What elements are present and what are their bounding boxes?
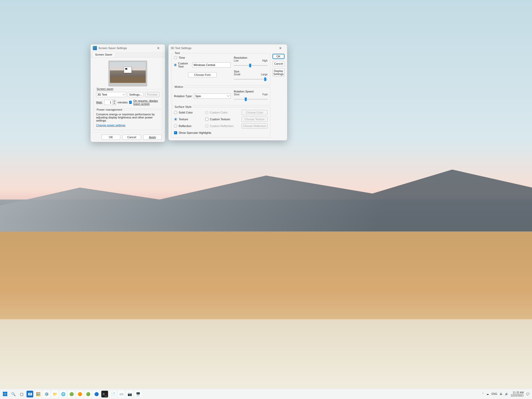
text-group-label: Text [174, 51, 181, 55]
tray-date: 12/22/2021 [511, 394, 524, 397]
ok-button[interactable]: OK [102, 135, 120, 140]
rotation-speed-slider[interactable] [234, 96, 268, 102]
taskbar-app[interactable]: 📧 [26, 391, 33, 397]
spin-down-icon[interactable]: ▼ [113, 102, 116, 105]
tray-notification-icon[interactable]: 💬 [526, 393, 529, 395]
taskbar-app[interactable]: >_ [101, 391, 108, 397]
rotation-type-select[interactable]: Spin [194, 94, 231, 99]
start-button[interactable] [2, 391, 8, 397]
taskbar-app[interactable]: 🟢 [85, 391, 91, 397]
taskbar-app[interactable]: ⌨️ [118, 391, 125, 397]
settings-button[interactable]: Settings... [128, 92, 143, 97]
tray-network-icon[interactable]: 🖧 [500, 393, 502, 395]
taskbar-app[interactable]: 🌐 [60, 391, 66, 397]
taskbar-app[interactable]: 🟠 [76, 391, 83, 397]
power-group-label: Power management [96, 108, 123, 111]
size-slider[interactable] [234, 76, 268, 82]
window-title: Screen Saver Settings [98, 46, 127, 50]
close-icon[interactable]: ✕ [154, 46, 163, 50]
resume-label: On resume, display logon screen [133, 99, 159, 105]
time-radio[interactable]: Time [174, 56, 185, 59]
custom-text-radio[interactable]: Custom Text: [174, 62, 191, 68]
reflection-radio[interactable]: Reflection [174, 124, 203, 128]
choose-color-button: Choose Color [242, 110, 268, 115]
size-label: Size [234, 70, 268, 73]
tray-onedrive-icon[interactable]: ☁ [486, 393, 489, 395]
custom-text-label: Custom Text: [178, 62, 191, 68]
wait-unit: minutes [118, 101, 128, 104]
tray-clock[interactable]: 11:32 AM 12/22/2021 [511, 391, 524, 397]
choose-reflection-button: Choose Reflection [242, 123, 268, 129]
tab-screensaver[interactable]: Screen Saver [92, 52, 115, 57]
wait-label: Wait: [96, 101, 103, 104]
resolution-label: Resolution [234, 56, 268, 59]
taskbar-app[interactable]: ⚙️ [43, 391, 50, 397]
titlebar[interactable]: Screen Saver Settings ✕ [91, 44, 165, 52]
tray-chevron-icon[interactable]: ˄ [482, 393, 484, 395]
taskbar-app[interactable]: 🟢 [68, 391, 75, 397]
screensaver-preview-monitor [108, 61, 147, 87]
surface-group-label: Surface Style [174, 105, 192, 108]
spin-up-icon[interactable]: ▲ [113, 100, 116, 102]
display-settings-button[interactable]: Display Settings [272, 68, 284, 77]
preview-button[interactable]: Preview [145, 92, 159, 97]
resolution-slider[interactable] [234, 63, 268, 68]
screensaver-icon [93, 46, 97, 50]
choose-texture-button: Choose Texture [242, 117, 268, 122]
window-title: 3D Text Settings [171, 46, 191, 50]
taskbar-app[interactable]: 📷 [126, 391, 133, 397]
rotation-type-label: Rotation Type: [174, 95, 192, 98]
tab-row: Screen Saver [91, 52, 165, 57]
tray-language[interactable]: ENG [491, 393, 497, 395]
specular-checkbox[interactable]: Show Specular Highlights [174, 131, 211, 134]
wait-spinner[interactable]: ▲▼ [104, 100, 116, 105]
task-view-icon[interactable]: ▢ [18, 391, 25, 397]
taskbar: 🔍 ▢ 📧 🖼️ ⚙️ 📁 🌐 🟢 🟠 🟢 🔵 >_ 📄 ⌨️ 📷 🖥️ ˄ ☁… [0, 389, 532, 399]
3d-text-settings-dialog: 3D Text Settings ✕ Text Time Custom Text… [168, 44, 287, 141]
wait-value[interactable] [104, 100, 112, 105]
custom-texture-checkbox[interactable]: Custom Texture: [205, 118, 239, 121]
apply-button[interactable]: Apply [143, 135, 162, 140]
resume-checkbox[interactable]: On resume, display logon screen [129, 99, 159, 105]
screensaver-settings-dialog: Screen Saver Settings ✕ Screen Saver Scr… [90, 44, 165, 142]
ok-button[interactable]: OK [272, 54, 284, 59]
screensaver-group-label: Screen saver [97, 87, 114, 90]
close-icon[interactable]: ✕ [276, 46, 285, 50]
titlebar[interactable]: 3D Text Settings ✕ [169, 44, 287, 52]
taskbar-app[interactable]: 🖼️ [35, 391, 42, 397]
power-text: Conserve energy or maximize performance … [96, 113, 159, 122]
taskbar-app[interactable]: 🖥️ [135, 391, 141, 397]
choose-font-button[interactable]: Choose Font [188, 72, 217, 77]
cancel-button[interactable]: Cancel [122, 135, 141, 140]
search-icon[interactable]: 🔍 [10, 391, 17, 397]
custom-color-checkbox: Custom Color: [205, 111, 239, 114]
texture-radio[interactable]: Texture [174, 118, 203, 121]
cancel-button[interactable]: Cancel [272, 61, 284, 66]
motion-group-label: Motion [174, 85, 184, 88]
custom-text-input[interactable] [192, 62, 231, 68]
solid-color-radio[interactable]: Solid Color [174, 111, 203, 114]
time-label: Time [179, 56, 185, 59]
taskbar-app[interactable]: 📁 [51, 391, 58, 397]
taskbar-app[interactable]: 🔵 [93, 391, 100, 397]
rotation-speed-label: Rotation Speed [234, 90, 268, 93]
tray-volume-icon[interactable]: 🔊 [505, 393, 508, 395]
custom-reflection-checkbox: Custom Reflection: [205, 124, 239, 128]
power-settings-link[interactable]: Change power settings [96, 124, 125, 127]
screensaver-select[interactable]: 3D Text [96, 92, 126, 97]
tray-time: 11:32 AM [511, 391, 524, 394]
taskbar-app[interactable]: 📄 [110, 391, 116, 397]
